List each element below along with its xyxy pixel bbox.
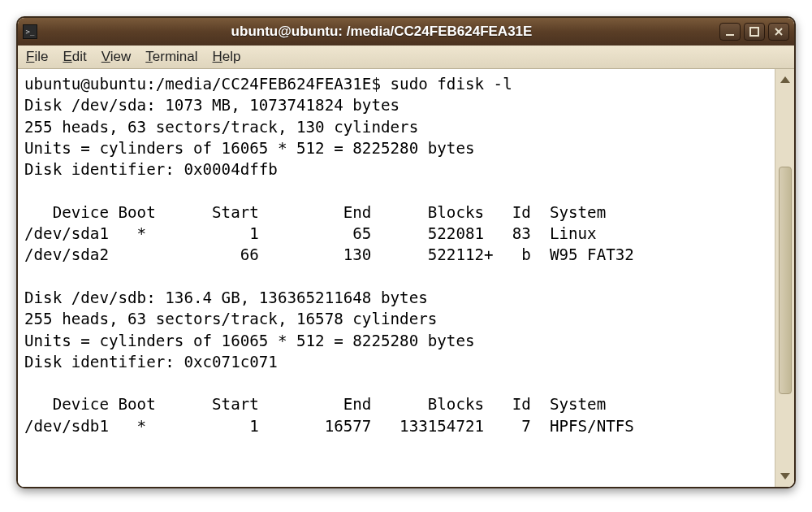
menu-help[interactable]: Help xyxy=(213,49,241,65)
svg-marker-5 xyxy=(780,473,790,479)
minimize-button[interactable] xyxy=(719,23,741,41)
menu-view[interactable]: View xyxy=(102,49,132,65)
menu-file-rest: ile xyxy=(34,49,48,64)
svg-rect-0 xyxy=(726,34,734,36)
window-title: ubuntu@ubuntu: /media/CC24FEB624FEA31E xyxy=(44,24,719,40)
menu-edit-rest: dit xyxy=(72,49,87,64)
terminal-area: ubuntu@ubuntu:/media/CC24FEB624FEA31E$ s… xyxy=(18,69,794,487)
menu-help-rest: elp xyxy=(222,49,241,64)
scroll-thumb[interactable] xyxy=(779,167,792,394)
menu-file[interactable]: File xyxy=(26,49,48,65)
menubar: File Edit View Terminal Help xyxy=(18,46,794,69)
terminal-window: >_ ubuntu@ubuntu: /media/CC24FEB624FEA31… xyxy=(16,16,796,488)
app-icon: >_ xyxy=(23,24,37,39)
close-button[interactable] xyxy=(768,23,789,41)
svg-marker-4 xyxy=(780,76,790,83)
window-controls xyxy=(719,23,789,41)
terminal-content[interactable]: ubuntu@ubuntu:/media/CC24FEB624FEA31E$ s… xyxy=(18,69,775,487)
menu-terminal-rest: erminal xyxy=(153,49,198,64)
scroll-down-button[interactable] xyxy=(778,469,793,484)
scroll-up-button[interactable] xyxy=(778,72,793,87)
command: sudo fdisk -l xyxy=(391,75,512,93)
svg-rect-1 xyxy=(750,28,758,36)
titlebar[interactable]: >_ ubuntu@ubuntu: /media/CC24FEB624FEA31… xyxy=(18,18,794,46)
prompt: ubuntu@ubuntu:/media/CC24FEB624FEA31E$ xyxy=(24,75,391,93)
menu-edit[interactable]: Edit xyxy=(63,49,86,65)
menu-view-rest: iew xyxy=(110,49,132,64)
maximize-button[interactable] xyxy=(744,23,765,41)
scrollbar[interactable] xyxy=(775,69,794,487)
output: Disk /dev/sda: 1073 MB, 1073741824 bytes… xyxy=(24,96,634,435)
menu-terminal[interactable]: Terminal xyxy=(145,49,197,65)
